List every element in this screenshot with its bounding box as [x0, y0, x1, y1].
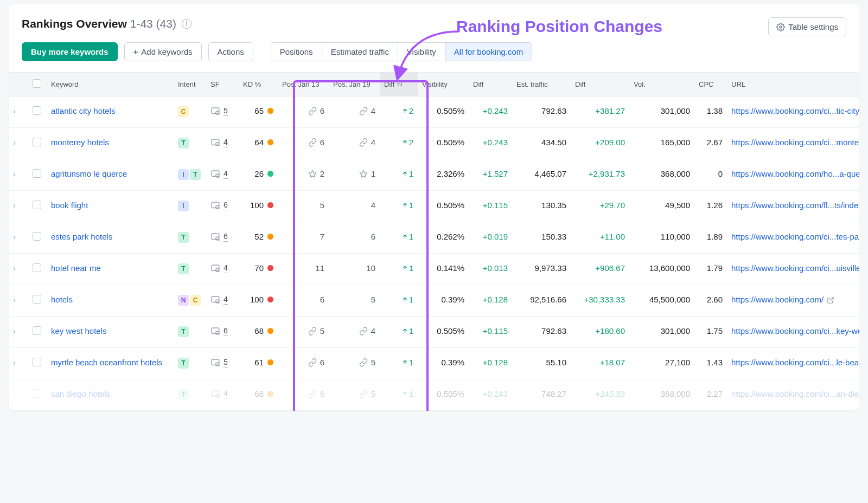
star-icon [308, 170, 317, 178]
table-row: ›myrtle beach oceanfront hotelsT5616510.… [9, 348, 859, 379]
intent-badge: I [178, 169, 189, 180]
col-ediff[interactable]: Diff [571, 73, 629, 96]
svg-rect-20 [212, 359, 219, 365]
url-link[interactable]: https://www.booking.com/ci...montere [731, 138, 859, 147]
keyword-link[interactable]: key west hotels [51, 326, 107, 336]
rankings-table: Keyword Intent SF KD % Pos. Jan 13 Pos. … [9, 72, 859, 411]
sf-cell[interactable]: 5 [210, 358, 228, 367]
arrow-up-icon [402, 202, 408, 208]
checkbox-icon[interactable] [33, 79, 41, 88]
sf-cell[interactable]: 5 [210, 106, 228, 116]
kd-dot-icon [267, 328, 273, 334]
url-link[interactable]: https://www.booking.com/ci...key-wes [731, 326, 859, 336]
checkbox-icon[interactable] [33, 106, 41, 115]
keyword-link[interactable]: san diego hotels [51, 389, 110, 398]
url-link[interactable]: https://www.booking.com/ci...le-beach [731, 358, 859, 367]
checkbox-icon[interactable] [33, 358, 41, 366]
col-expand [9, 73, 28, 96]
chevron-right-icon[interactable]: › [13, 263, 16, 273]
keyword-link[interactable]: estes park hotels [51, 232, 112, 241]
sf-cell[interactable]: 6 [210, 201, 228, 210]
url-link[interactable]: https://www.booking.com/ci...tic-city.h [731, 106, 859, 115]
chevron-right-icon[interactable]: › [13, 232, 16, 241]
chevron-right-icon[interactable]: › [13, 389, 16, 398]
intent-badge: T [178, 263, 189, 274]
rankings-card: Ranking Position Changes Rankings Overvi… [9, 4, 859, 411]
sf-cell[interactable]: 4 [210, 263, 228, 273]
keyword-link[interactable]: atlantic city hotels [51, 106, 115, 115]
info-icon[interactable]: i [182, 19, 192, 29]
keyword-link[interactable]: agriturismo le querce [51, 169, 127, 178]
table-row: ›book flightI61005410.505%+0.115130.35+2… [9, 191, 859, 222]
intent-badge: C [190, 295, 201, 306]
tab-estimated-traffic[interactable]: Estimated traffic [322, 43, 398, 61]
sf-cell[interactable]: 6 [210, 326, 228, 336]
buy-keywords-button[interactable]: Buy more keywords [22, 42, 118, 61]
kd-dot-icon [267, 359, 273, 365]
page-title: Rankings Overview [22, 17, 127, 30]
col-url[interactable]: URL [727, 73, 859, 96]
chevron-right-icon[interactable]: › [13, 326, 16, 336]
serp-icon [210, 326, 220, 336]
url-link[interactable]: https://www.booking.com/ho...a-querc [731, 169, 859, 178]
keyword-link[interactable]: book flight [51, 201, 88, 210]
chevron-right-icon[interactable]: › [13, 295, 16, 304]
svg-rect-15 [212, 296, 219, 302]
checkbox-icon[interactable] [33, 201, 41, 209]
sf-cell[interactable]: 4 [210, 389, 228, 399]
sf-cell[interactable]: 4 [210, 295, 228, 305]
tab-all-for-booking-com[interactable]: All for booking.com [445, 43, 532, 61]
chevron-right-icon[interactable]: › [13, 169, 16, 178]
url-link[interactable]: https://www.booking.com/ci...an-diego [731, 389, 859, 398]
tab-positions[interactable]: Positions [271, 43, 322, 61]
checkbox-icon[interactable] [33, 295, 41, 304]
checkbox-icon[interactable] [33, 232, 41, 241]
col-intent[interactable]: Intent [174, 73, 206, 96]
keyword-link[interactable]: hotels [51, 295, 73, 304]
chevron-right-icon[interactable]: › [13, 201, 16, 210]
col-visibility[interactable]: Visibility [418, 73, 469, 96]
checkbox-icon[interactable] [33, 263, 41, 272]
url-link[interactable]: https://www.booking.com/ [731, 295, 824, 304]
link-icon [359, 390, 368, 398]
col-vdiff[interactable]: Diff [469, 73, 512, 96]
add-keywords-button[interactable]: + Add keywords [124, 42, 202, 61]
arrow-up-icon [402, 359, 408, 365]
annotation-label: Ranking Position Changes [456, 17, 662, 36]
checkbox-icon[interactable] [33, 169, 41, 178]
checkbox-icon[interactable] [33, 389, 41, 398]
col-pdiff[interactable]: Diff [380, 73, 418, 96]
keyword-link[interactable]: monterey hotels [51, 138, 109, 147]
col-cpc[interactable]: CPC [694, 73, 727, 96]
url-link[interactable]: https://www.booking.com/fl...ts/index. [731, 201, 859, 210]
sf-cell[interactable]: 4 [210, 138, 228, 147]
actions-button[interactable]: Actions [208, 42, 253, 61]
checkbox-icon[interactable] [33, 138, 41, 146]
table-settings-button[interactable]: Table settings [768, 17, 846, 36]
tab-visibility[interactable]: Visibility [398, 43, 445, 61]
chevron-right-icon[interactable]: › [13, 358, 16, 367]
table-row: ›san diego hotelsT4666510.505%+0.243748.… [9, 379, 859, 411]
keyword-link[interactable]: hotel near me [51, 263, 101, 273]
chevron-right-icon[interactable]: › [13, 106, 16, 115]
col-keyword[interactable]: Keyword [47, 73, 174, 96]
checkbox-icon[interactable] [33, 326, 41, 335]
intent-badge: N [178, 295, 189, 306]
keyword-link[interactable]: myrtle beach oceanfront hotels [51, 358, 162, 367]
col-vol[interactable]: Vol. [629, 73, 694, 96]
url-link[interactable]: https://www.booking.com/ci...tes-park [731, 232, 859, 241]
serp-icon [210, 358, 220, 367]
url-link[interactable]: https://www.booking.com/ci...uisville.h [731, 263, 859, 273]
star-icon [359, 170, 368, 178]
col-pos1[interactable]: Pos. Jan 13 [278, 73, 329, 96]
col-est[interactable]: Est. traffic [512, 73, 571, 96]
col-kd[interactable]: KD % [239, 73, 278, 96]
link-icon [308, 107, 317, 115]
col-pos2[interactable]: Pos. Jan 19 [329, 73, 380, 96]
sf-cell[interactable]: 6 [210, 232, 228, 242]
col-sf[interactable]: SF [206, 73, 239, 96]
chevron-right-icon[interactable]: › [13, 138, 16, 147]
col-select-all[interactable] [28, 73, 47, 96]
arrow-up-icon [402, 328, 408, 334]
sf-cell[interactable]: 4 [210, 169, 228, 179]
